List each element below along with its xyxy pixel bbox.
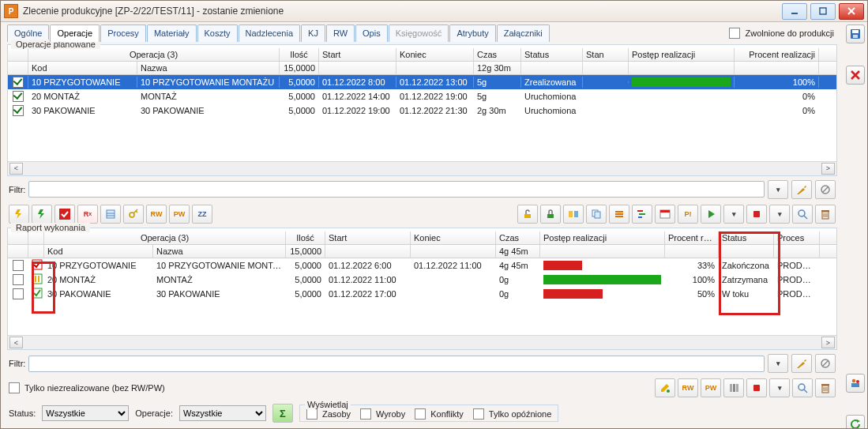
row-checkbox[interactable] bbox=[13, 91, 24, 102]
sheet-button[interactable] bbox=[100, 205, 121, 224]
report-delete-button[interactable] bbox=[815, 378, 836, 397]
maximize-button[interactable] bbox=[810, 3, 836, 20]
play-button[interactable] bbox=[701, 205, 721, 224]
tab-koszty[interactable]: Koszty bbox=[197, 24, 238, 42]
operations-select[interactable]: Wszystkie bbox=[179, 405, 266, 421]
bolt2-button[interactable] bbox=[32, 205, 52, 224]
report-stop-dropdown[interactable]: ▾ bbox=[769, 378, 790, 397]
svg-point-62 bbox=[852, 379, 855, 382]
table-row[interactable]: 20 MONTAŻMONTAŻ5,000001.12.2022 11:000g1… bbox=[8, 273, 836, 287]
report-search-button[interactable] bbox=[792, 378, 813, 397]
report-filter-clear-button[interactable] bbox=[815, 354, 836, 373]
stop-button[interactable] bbox=[746, 205, 767, 224]
report-edit-button[interactable] bbox=[655, 378, 675, 397]
table-row[interactable]: 20 MONTAŻMONTAŻ5,000001.12.2022 14:0001.… bbox=[8, 89, 836, 103]
table-row[interactable]: 30 PAKOWANIE30 PAKOWANIE5,000001.12.2022… bbox=[8, 103, 836, 118]
tab-atrybuty[interactable]: Atrybuty bbox=[449, 24, 495, 42]
svg-rect-37 bbox=[821, 210, 829, 212]
svg-line-14 bbox=[136, 211, 137, 213]
svg-rect-17 bbox=[569, 211, 573, 217]
tab-procesy[interactable]: Procesy bbox=[100, 24, 146, 42]
pw-button[interactable]: PW bbox=[169, 205, 190, 224]
row-checkbox[interactable] bbox=[13, 260, 24, 271]
delete-button[interactable] bbox=[815, 205, 836, 224]
report-filter-row: Filtr: ▾ bbox=[7, 352, 837, 374]
calendar-button[interactable] bbox=[655, 205, 675, 224]
show-conflicts-checkbox[interactable]: Konflikty bbox=[415, 408, 464, 420]
alert-button[interactable]: P! bbox=[678, 205, 698, 224]
refresh-icon[interactable] bbox=[846, 415, 865, 429]
table-row[interactable]: 10 PRZYGOTOWANIE10 PRZYGOTOWANIE MONTAŻU… bbox=[8, 75, 836, 89]
tab-rw[interactable]: RW bbox=[326, 24, 355, 42]
split-button[interactable] bbox=[563, 205, 584, 224]
row-checkbox[interactable] bbox=[13, 274, 24, 285]
list-button[interactable] bbox=[609, 205, 629, 224]
tab-kj[interactable]: KJ bbox=[301, 24, 325, 42]
check-red-button[interactable] bbox=[54, 205, 75, 224]
report-pw-button[interactable]: PW bbox=[701, 378, 721, 397]
filter-dropdown-button[interactable]: ▾ bbox=[768, 180, 788, 199]
lock-closed-button[interactable] bbox=[540, 205, 561, 224]
report-grid[interactable]: Operacja (3) Ilość Start Koniec Czas Pos… bbox=[8, 231, 836, 349]
filter-build-button[interactable] bbox=[791, 180, 812, 199]
row-checkbox[interactable] bbox=[13, 288, 24, 299]
table-row[interactable]: 30 PAKOWANIE30 PAKOWANIE5,000001.12.2022… bbox=[8, 287, 836, 301]
play-dropdown-button[interactable]: ▾ bbox=[723, 205, 744, 224]
svg-line-5 bbox=[822, 186, 829, 193]
bolt1-button[interactable] bbox=[9, 205, 29, 224]
tab-załączniki[interactable]: Załączniki bbox=[497, 24, 550, 42]
tab-materiały[interactable]: Materiały bbox=[147, 24, 197, 42]
status-icon bbox=[28, 287, 44, 301]
planned-hscroll[interactable]: <> bbox=[8, 161, 836, 175]
report-filter-build-button[interactable] bbox=[791, 354, 812, 373]
filter-clear-button[interactable] bbox=[815, 180, 836, 199]
sigma-button[interactable]: Σ bbox=[272, 404, 293, 423]
report-columns-button[interactable] bbox=[723, 378, 744, 397]
svg-point-63 bbox=[856, 380, 859, 383]
svg-rect-25 bbox=[639, 213, 645, 215]
report-rw-button[interactable]: RW bbox=[678, 378, 698, 397]
cancel-icon[interactable] bbox=[846, 66, 865, 85]
release-checkbox[interactable]: Zwolnione do produkcji bbox=[729, 28, 834, 39]
status-select[interactable]: Wszystkie bbox=[42, 405, 129, 421]
status-icon bbox=[28, 273, 44, 287]
lock-open-button[interactable] bbox=[517, 205, 538, 224]
show-delayed-checkbox[interactable]: Tylko opóźnione bbox=[473, 408, 552, 420]
report-filter-input[interactable] bbox=[28, 356, 765, 372]
svg-marker-6 bbox=[15, 209, 21, 219]
release-label: Zwolnione do produkcji bbox=[745, 28, 834, 38]
tab-nadzlecenia[interactable]: Nadzlecenia bbox=[239, 24, 301, 42]
search-button[interactable] bbox=[792, 205, 813, 224]
planned-grid[interactable]: Operacja (3) Ilość Start Koniec Czas Sta… bbox=[8, 48, 836, 175]
copy-button[interactable] bbox=[586, 205, 607, 224]
zz-button[interactable]: ZZ bbox=[192, 205, 212, 224]
svg-rect-8 bbox=[59, 209, 70, 220]
report-stop-button[interactable] bbox=[746, 378, 767, 397]
minimize-button[interactable] bbox=[782, 3, 807, 20]
row-checkbox[interactable] bbox=[13, 77, 24, 88]
table-row[interactable]: 10 PRZYGOTOWANIE10 PRZYGOTOWANIE MONTAŻU… bbox=[8, 258, 836, 273]
svg-rect-59 bbox=[853, 35, 858, 38]
svg-point-50 bbox=[798, 384, 805, 390]
r-button[interactable]: Rx bbox=[77, 205, 98, 224]
only-unrealized-checkbox[interactable]: Tylko niezrealizowane (bez RW/PW) bbox=[9, 382, 165, 393]
svg-rect-64 bbox=[851, 383, 859, 387]
report-filter-dropdown-button[interactable]: ▾ bbox=[768, 354, 788, 373]
show-resources-checkbox[interactable]: Zasoby bbox=[306, 408, 351, 420]
stop-dropdown-button[interactable]: ▾ bbox=[769, 205, 790, 224]
show-products-checkbox[interactable]: Wyroby bbox=[360, 408, 405, 420]
save-icon[interactable] bbox=[846, 24, 865, 43]
close-button[interactable] bbox=[839, 3, 864, 20]
planned-panel: Operacje planowane Operacja (3) Ilość St… bbox=[7, 44, 837, 176]
key-button[interactable] bbox=[123, 205, 144, 224]
tab-opis[interactable]: Opis bbox=[355, 24, 388, 42]
people-icon[interactable] bbox=[846, 374, 865, 393]
rw-button[interactable]: RW bbox=[146, 205, 167, 224]
planned-filter-input[interactable] bbox=[28, 181, 765, 198]
row-checkbox[interactable] bbox=[13, 105, 24, 116]
tab-księgowość[interactable]: Księgowość bbox=[389, 24, 449, 42]
gantt-button[interactable] bbox=[632, 205, 652, 224]
tab-operacje[interactable]: Operacje bbox=[50, 24, 100, 42]
svg-rect-41 bbox=[38, 276, 39, 282]
report-hscroll[interactable]: <> bbox=[8, 335, 836, 349]
